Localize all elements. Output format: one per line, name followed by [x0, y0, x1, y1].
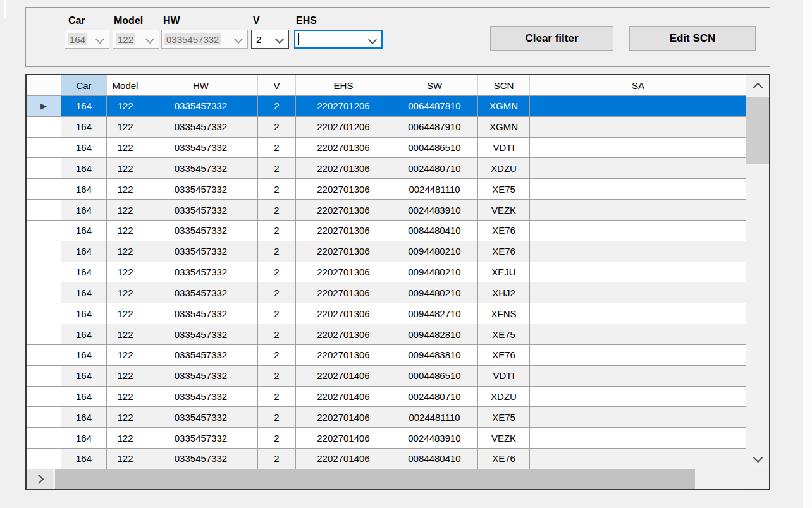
grid-cell[interactable]: 2 [258, 179, 296, 199]
table-row[interactable]: ▶1641220335457332222027012060064487810XG… [27, 96, 746, 117]
horizontal-scrollbar[interactable] [27, 469, 746, 489]
table-row[interactable]: 1641220335457332222027013060094480210XE7… [27, 241, 746, 262]
grid-cell[interactable]: 0335457332 [144, 96, 258, 116]
row-header-cell[interactable]: ▶ [27, 96, 61, 116]
grid-cell[interactable]: 0094483810 [391, 345, 478, 365]
grid-cell[interactable]: 2 [258, 324, 296, 344]
grid-cell[interactable]: 0335457332 [144, 428, 258, 448]
grid-cell[interactable] [530, 449, 746, 469]
grid-cell[interactable]: 2202701206 [296, 117, 391, 137]
grid-cell[interactable]: 0335457332 [144, 262, 258, 282]
grid-cell[interactable]: 122 [107, 303, 144, 324]
grid-cell[interactable]: 164 [61, 282, 107, 303]
grid-cell[interactable]: 0335457332 [144, 303, 258, 324]
grid-cell[interactable]: 2202701306 [296, 345, 391, 365]
grid-cell[interactable]: 0094482810 [391, 324, 478, 344]
grid-cell[interactable] [530, 428, 746, 448]
grid-cell[interactable]: 0024481110 [391, 179, 478, 199]
grid-cell[interactable] [530, 221, 746, 241]
grid-cell[interactable]: 0094482710 [391, 303, 478, 324]
grid-cell[interactable]: 164 [61, 241, 107, 262]
grid-cell[interactable]: 164 [61, 262, 107, 282]
grid-cell[interactable]: 122 [107, 200, 144, 220]
grid-cell[interactable]: 0064487810 [391, 96, 478, 116]
grid-cell[interactable]: VDTI [478, 138, 530, 158]
grid-cell[interactable]: XDZU [478, 158, 530, 178]
grid-cell[interactable]: 2 [258, 262, 296, 282]
grid-cell[interactable]: 122 [107, 158, 144, 178]
grid-cell[interactable] [530, 387, 746, 407]
column-header-sw[interactable]: SW [391, 75, 478, 95]
table-row[interactable]: 1641220335457332222027014060024483910VEZ… [27, 428, 746, 449]
row-header-cell[interactable] [27, 428, 61, 448]
grid-cell[interactable]: 2 [258, 407, 296, 427]
vertical-scrollbar-thumb[interactable] [746, 97, 769, 164]
grid-cell[interactable]: 2202701406 [296, 407, 391, 427]
grid-cell[interactable] [530, 138, 746, 158]
table-row[interactable]: 1641220335457332222027013060004486510VDT… [27, 138, 746, 159]
grid-cell[interactable]: 122 [107, 221, 144, 241]
row-header-cell[interactable] [27, 179, 61, 199]
grid-cell[interactable] [530, 158, 746, 178]
grid-cell[interactable]: 2 [258, 428, 296, 448]
row-header-cell[interactable] [27, 158, 61, 178]
grid-cell[interactable]: 2 [258, 303, 296, 324]
v-filter-dropdown[interactable]: 2 [251, 30, 289, 49]
grid-cell[interactable]: 164 [61, 179, 107, 199]
row-header-cell[interactable] [27, 117, 61, 137]
grid-cell[interactable] [530, 262, 746, 282]
table-row[interactable]: 1641220335457332222027013060094480210XEJ… [27, 262, 746, 283]
grid-cell[interactable]: 122 [107, 407, 144, 427]
grid-cell[interactable]: 164 [61, 324, 107, 344]
grid-cell[interactable]: 0335457332 [144, 179, 258, 199]
grid-cell[interactable]: 0094480210 [391, 262, 478, 282]
grid-cell[interactable]: 2 [258, 158, 296, 178]
column-header-model[interactable]: Model [107, 75, 144, 95]
grid-cell[interactable]: 0335457332 [144, 366, 258, 386]
ehs-filter-dropdown[interactable] [294, 30, 383, 49]
grid-cell[interactable]: 122 [107, 138, 144, 158]
grid-cell[interactable]: 164 [61, 387, 107, 407]
grid-cell[interactable]: XE76 [478, 221, 530, 241]
grid-cell[interactable]: 2202701406 [296, 387, 391, 407]
grid-cell[interactable]: VDTI [478, 366, 530, 386]
grid-cell[interactable]: 0335457332 [144, 241, 258, 262]
scroll-down-button[interactable] [746, 448, 769, 469]
grid-cell[interactable]: 0335457332 [144, 345, 258, 365]
grid-cell[interactable]: XE76 [478, 345, 530, 365]
scroll-right-button[interactable] [27, 469, 53, 489]
vertical-scrollbar[interactable] [746, 75, 769, 469]
grid-cell[interactable]: 0094480210 [391, 282, 478, 303]
grid-cell[interactable]: 122 [107, 282, 144, 303]
grid-cell[interactable]: 122 [107, 345, 144, 365]
grid-cell[interactable]: 2202701306 [296, 241, 391, 262]
grid-cell[interactable]: XE76 [478, 449, 530, 469]
column-header-car[interactable]: Car [61, 75, 107, 95]
grid-cell[interactable]: 164 [61, 407, 107, 427]
grid-cell[interactable]: 2 [258, 387, 296, 407]
grid-cell[interactable]: 122 [107, 241, 144, 262]
row-header-cell[interactable] [27, 407, 61, 427]
grid-cell[interactable]: XE76 [478, 241, 530, 262]
grid-cell[interactable] [530, 117, 746, 137]
grid-cell[interactable]: XE75 [478, 407, 530, 427]
grid-cell[interactable]: 2202701306 [296, 282, 391, 303]
grid-cell[interactable] [530, 345, 746, 365]
table-row[interactable]: 1641220335457332222027014060024481110XE7… [27, 407, 746, 428]
table-row[interactable]: 1641220335457332222027013060024480710XDZ… [27, 158, 746, 179]
grid-cell[interactable]: 0024480710 [391, 158, 478, 178]
grid-cell[interactable]: 2 [258, 138, 296, 158]
grid-cell[interactable]: 2202701406 [296, 449, 391, 469]
grid-cell[interactable]: 122 [107, 387, 144, 407]
row-header-cell[interactable] [27, 262, 61, 282]
grid-cell[interactable]: 122 [107, 449, 144, 469]
grid-cell[interactable]: 2202701206 [296, 96, 391, 116]
grid-cell[interactable]: 0004486510 [391, 366, 478, 386]
grid-cell[interactable]: 2 [258, 200, 296, 220]
table-row[interactable]: 1641220335457332222027013060094482810XE7… [27, 324, 746, 345]
grid-cell[interactable]: 2 [258, 221, 296, 241]
grid-cell[interactable] [530, 282, 746, 303]
grid-cell[interactable]: 0335457332 [144, 282, 258, 303]
grid-cell[interactable]: XHJ2 [478, 282, 530, 303]
table-row[interactable]: 1641220335457332222027012060064487910XGM… [27, 117, 746, 138]
